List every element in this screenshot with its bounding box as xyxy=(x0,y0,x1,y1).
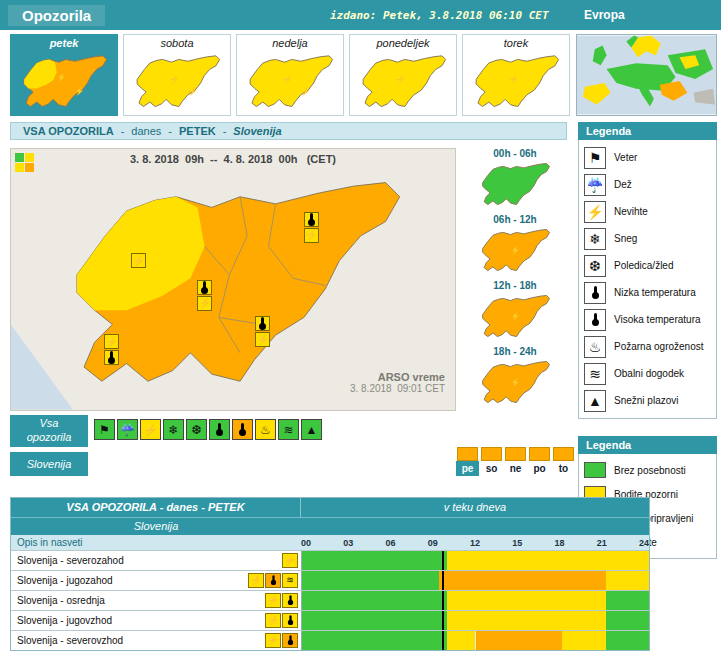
current-time-marker xyxy=(442,591,444,610)
timeline-segment xyxy=(476,631,563,650)
day-tab-torek[interactable]: torek ⚡ xyxy=(462,34,570,116)
table-row-severovzhod[interactable]: Slovenija - severovzhod ⚡ xyxy=(11,630,649,650)
high-temp-icon xyxy=(203,281,206,291)
page-title: Opozorila xyxy=(8,5,105,26)
table-row-osrednja[interactable]: Slovenija - osrednja ⚡ xyxy=(11,590,649,610)
storm-warning-box: ⚡ xyxy=(140,419,161,440)
europe-label: Evropa xyxy=(584,8,625,22)
mini-day-so[interactable]: so xyxy=(480,447,503,476)
high-temp-warning-box xyxy=(282,613,298,628)
storm-warning-box: ⚡ xyxy=(265,593,281,608)
warnings-page: Opozorila izdano: Petek, 3.8.2018 06:10 … xyxy=(0,0,721,654)
map-credit: ARSO vreme 3. 8.2018 09:01 CET xyxy=(350,371,445,394)
slovenia-thumbnail: ⚡ ⚡ xyxy=(124,52,230,114)
legend-item-avalanche: ▲ Snežni plazovi xyxy=(584,387,711,414)
avalanche-icon: ▲ xyxy=(306,424,318,436)
timeline-segment xyxy=(447,631,476,650)
timeline-segment xyxy=(302,631,447,650)
high-temp-icon xyxy=(261,317,264,327)
wind-warning-box: ⚑ xyxy=(94,419,115,440)
time-map-06-12[interactable]: 06h - 12h ⚡ xyxy=(459,214,571,276)
coastal-warning-box: ≋ xyxy=(278,419,299,440)
table-row-jugozahod[interactable]: Slovenija - jugozahod ⚡≋ xyxy=(11,570,649,590)
snow-icon: ❄ xyxy=(584,228,606,250)
snow-icon: ❄ xyxy=(168,424,178,436)
avalanche-icon: ▲ xyxy=(584,390,606,412)
storm-icon: ⚡ xyxy=(256,335,268,345)
mini-day-po[interactable]: po xyxy=(528,447,551,476)
storm-icon: ⚡ xyxy=(267,636,278,645)
high-temp-warning-box xyxy=(304,212,319,227)
storm-icon: ⚡ xyxy=(267,616,278,625)
legend-item-storm: ⚡ Nevihte xyxy=(584,198,711,225)
legend-level-green: Brez posebnosti xyxy=(584,458,711,482)
warnings-table: VSA OPOZORILA - danes - PETEK v teku dne… xyxy=(10,497,650,651)
day-tab-ponedeljek[interactable]: ponedeljek ⚡ xyxy=(349,34,457,116)
storm-icon: ⚡ xyxy=(132,256,144,266)
day-tab-sobota[interactable]: sobota ⚡ ⚡ xyxy=(123,34,231,116)
timeline-segment xyxy=(302,611,447,630)
storm-icon: ⚡ xyxy=(57,74,67,82)
row-warning-icons: ⚡≋ xyxy=(245,571,301,590)
issued-timestamp: izdano: Petek, 3.8.2018 06:10 CET xyxy=(330,9,549,22)
all-warnings-tab[interactable]: Vsa opozorila xyxy=(10,415,88,447)
mini-day-ne[interactable]: ne xyxy=(504,447,527,476)
day-tab-petek[interactable]: petek ⚡ ⚡ xyxy=(10,34,118,116)
legend-item-coastal-event: ≋ Obalni dogodek xyxy=(584,360,711,387)
high-temp-icon xyxy=(272,575,274,583)
storm-icon: ⚡ xyxy=(509,76,519,84)
green-level-swatch xyxy=(584,462,606,478)
region-tab-slovenija[interactable]: Slovenija xyxy=(10,452,88,476)
row-timeline xyxy=(301,551,649,570)
timeline-segment xyxy=(302,591,447,610)
mini-day-to[interactable]: to xyxy=(552,447,575,476)
storm-warning-box: ⚡ xyxy=(131,253,146,268)
table-timeline-title: v teku dneva xyxy=(301,498,649,517)
timeline-segment xyxy=(562,631,605,650)
storm-icon: ⚡ xyxy=(75,88,85,96)
fire-warning-box: ♨ xyxy=(255,419,276,440)
current-time-marker xyxy=(442,611,444,630)
slovenia-thumbnail: ⚡ ⚡ xyxy=(11,52,117,114)
high-temp-icon xyxy=(289,615,291,623)
europe-map-thumbnail[interactable] xyxy=(576,34,717,116)
legend-item-low-temperature: Nizka temperatura xyxy=(584,279,711,306)
timeline-segment xyxy=(447,551,649,570)
map-warning-icon-group: ⚡ xyxy=(255,316,270,347)
current-time-marker xyxy=(442,631,444,650)
map-warning-icon-group: ⚡ xyxy=(131,253,146,268)
coastal-icon: ≋ xyxy=(283,424,293,436)
time-map-18-24[interactable]: 18h - 24h ⚡ xyxy=(459,346,571,408)
wind-icon: ⚑ xyxy=(99,424,110,436)
mini-day-pe[interactable]: pe xyxy=(456,447,479,476)
all-warnings-label: VSA OPOZORILA xyxy=(23,125,114,137)
timeline-segment xyxy=(302,551,447,570)
row-timeline xyxy=(301,611,649,630)
map-warning-icon-group: ⚡ xyxy=(197,280,212,311)
day-tab-nedelja[interactable]: nedelja ⚡ ⚡ xyxy=(236,34,344,116)
storm-icon: ⚡ xyxy=(143,424,158,436)
coastal-event-icon: ≋ xyxy=(584,363,606,385)
low-temperature-icon xyxy=(584,282,606,304)
table-row-jugovzhod[interactable]: Slovenija - jugovzhod ⚡ xyxy=(11,610,649,630)
europe-map xyxy=(577,35,716,115)
storm-icon: ⚡ xyxy=(511,313,521,321)
ice-icon: ❆ xyxy=(584,255,606,277)
ice-warning-box: ❆ xyxy=(186,419,207,440)
slovenia-thumbnail: ⚡ xyxy=(350,52,456,114)
timeline-segment xyxy=(302,571,439,590)
high-temp-warning-box xyxy=(255,316,270,331)
legend-item-rain: ☔ Dež xyxy=(584,171,711,198)
time-map-00-06[interactable]: 00h - 06h xyxy=(459,148,571,210)
storm-icon: ⚡ xyxy=(199,298,211,308)
slovenia-thumbnail: ⚡ ⚡ xyxy=(237,52,343,114)
time-map-12-18[interactable]: 12h - 18h ⚡ xyxy=(459,280,571,342)
high-temperature-icon xyxy=(584,309,606,331)
current-time-marker xyxy=(442,571,444,590)
main-warning-map[interactable]: 3. 8. 2018 09h -- 4. 8. 2018 00h (CET) ⚡… xyxy=(10,148,456,411)
table-row-severozahod[interactable]: Slovenija - severozahod ⚡ xyxy=(11,550,649,570)
column-label: Opis in nasveti xyxy=(11,537,301,548)
storm-icon: ⚡ xyxy=(305,230,317,240)
storm-icon: ⚡ xyxy=(170,76,180,84)
day-tabs-strip: petek ⚡ ⚡ sobota ⚡ ⚡ nedelja xyxy=(10,34,570,116)
